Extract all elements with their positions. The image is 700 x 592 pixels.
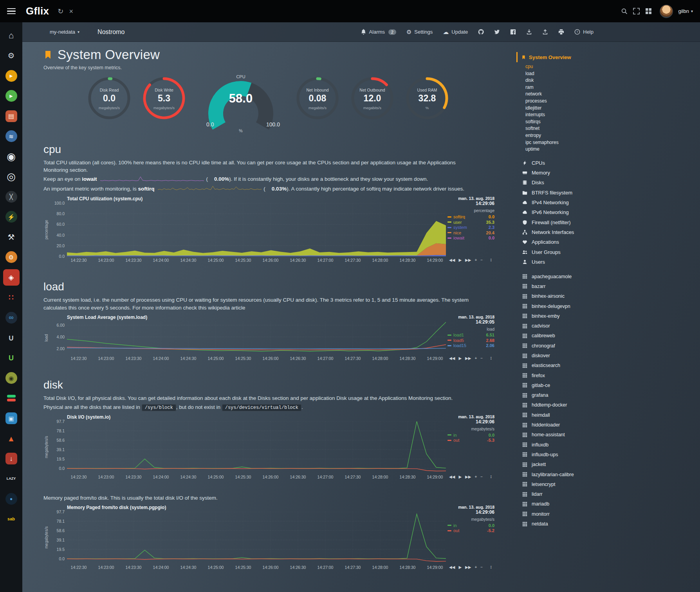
nav-app-binhex-airsonic[interactable]: binhex-airsonic (521, 292, 696, 301)
chart-resize-handle[interactable]: ↕ (490, 257, 492, 263)
chart-zoom-out-button[interactable]: − (480, 356, 483, 360)
nav-app-calibreweb[interactable]: calibreweb (521, 331, 696, 341)
chart-play-button[interactable]: ▶ (458, 356, 462, 360)
sidebar-app-radarr[interactable]: ◎ (0, 167, 22, 187)
sidebar-app-jackett[interactable]: ╳ (0, 187, 22, 207)
update-button[interactable]: ☁Update (443, 29, 468, 35)
chart-zoom-out-button[interactable]: − (480, 258, 483, 262)
nav-app-hiddenloader[interactable]: hiddenloader (521, 420, 696, 430)
sidebar-app-settings[interactable]: ⚙ (0, 46, 22, 66)
print-button[interactable] (558, 29, 564, 35)
gauge-net-inbound[interactable]: Net Inbound0.08megabits/s (295, 75, 340, 124)
chart-canvas-cpu[interactable] (67, 203, 446, 256)
chart-resize-handle[interactable]: ↕ (490, 564, 492, 570)
chart-zoom-in-button[interactable]: + (474, 356, 477, 360)
legend-in[interactable]: in0.0 (447, 523, 494, 528)
nav-sub-entropy[interactable]: entropy (525, 133, 696, 140)
sidebar-app-home[interactable]: ⌂ (0, 25, 22, 46)
nav-app-mariadb[interactable]: mariadb (521, 499, 696, 509)
hostname[interactable]: Nostromo (97, 29, 124, 36)
legend-user[interactable]: user35.3 (447, 220, 494, 225)
nav-app-influxdb-ups[interactable]: influxdb-ups (521, 450, 696, 459)
sidebar-app-utorrent[interactable]: U (0, 348, 22, 368)
nav-section-firewall-netfilter[interactable]: Firewall (netfilter) (521, 218, 696, 227)
host-selector[interactable]: my-netdata▾ (50, 29, 79, 35)
apps-grid-icon[interactable] (645, 8, 652, 14)
chart-resize-handle[interactable]: ↕ (490, 474, 492, 479)
settings-button[interactable]: ⚙Settings (406, 29, 433, 35)
sidebar-app-heimdall[interactable]: ▣ (0, 408, 22, 429)
sidebar-app-headphones[interactable]: ◉ (0, 368, 22, 389)
sidebar-app-unraid[interactable]: ∪ (0, 328, 22, 348)
legend-load1[interactable]: load16.51 (447, 333, 494, 338)
chart-canvas-disk[interactable] (67, 421, 446, 473)
chart-zoom-in-button[interactable]: + (474, 475, 477, 479)
nav-app-netdata[interactable]: netdata (521, 519, 696, 529)
nav-section-network-interfaces[interactable]: Network Interfaces (521, 227, 696, 237)
sidebar-app-tools[interactable]: ⚒ (0, 227, 22, 247)
sidebar-app-couchpotato[interactable]: ⚙ (0, 247, 22, 268)
nav-section-memory[interactable]: Memory (521, 168, 696, 178)
nav-app-home-assistant[interactable]: home-assistant (521, 430, 696, 440)
nav-app-diskover[interactable]: diskover (521, 351, 696, 360)
nav-app-jackett[interactable]: jackett (521, 460, 696, 470)
gauge-used-ram[interactable]: Used RAM32.8% (404, 75, 450, 124)
sidebar-app-sabnzbd[interactable]: sab (0, 509, 22, 529)
gauge-disk-read[interactable]: Disk Read0.0megabytes/s (87, 75, 132, 124)
github-button[interactable] (478, 29, 484, 35)
nav-sub-interrupts[interactable]: interrupts (525, 112, 696, 119)
nav-app-letsencrypt[interactable]: letsencrypt (521, 479, 696, 489)
nav-app-bazarr[interactable]: bazarr (521, 281, 696, 291)
nav-section-disks[interactable]: Disks (521, 178, 696, 187)
chart-forward-button[interactable]: ▶▶ (465, 565, 471, 569)
chart-play-button[interactable]: ▶ (458, 258, 462, 262)
sidebar-app-sonarr[interactable]: ◉ (0, 146, 22, 167)
chart-forward-button[interactable]: ▶▶ (465, 258, 471, 262)
sidebar-app-plex[interactable]: ▸ (0, 66, 22, 86)
nav-sub-ipc-semaphores[interactable]: ipc semaphores (525, 140, 696, 147)
nav-app-influxdb[interactable]: influxdb (521, 440, 696, 450)
sidebar-app-airsonic[interactable]: ≋ (0, 126, 22, 147)
nav-app-lidarr[interactable]: lidarr (521, 489, 696, 499)
nav-section-applications[interactable]: Applications (521, 237, 696, 247)
nav-section-ipv4-networking[interactable]: IPv4 Networking (521, 198, 696, 207)
sidebar-app-lazylibrarian[interactable]: LAZY (0, 469, 22, 489)
legend-system[interactable]: system2.3 (447, 225, 494, 230)
gauge-disk-write[interactable]: Disk Write5.3megabytes/s (141, 75, 187, 124)
chart-play-button[interactable]: ▶ (458, 565, 462, 569)
gauge-cpu[interactable]: CPU58.00.0100.0% (199, 75, 282, 134)
search-icon[interactable] (621, 8, 628, 14)
legend-iowait[interactable]: iowait0.0 (447, 235, 494, 241)
nav-section-ipv6-networking[interactable]: IPv6 Networking (521, 207, 696, 217)
sidebar-app-emby[interactable]: ▶ (0, 86, 22, 106)
legend-load5[interactable]: load52.68 (447, 338, 494, 343)
facebook-button[interactable] (510, 29, 516, 35)
nav-app-binhex-emby[interactable]: binhex-emby (521, 311, 696, 321)
chart-rewind-button[interactable]: ◀◀ (449, 565, 455, 569)
chart-zoom-in-button[interactable]: + (474, 565, 477, 569)
chart-rewind-button[interactable]: ◀◀ (449, 356, 455, 360)
nav-system-overview[interactable]: System Overview (516, 52, 696, 62)
nav-section-cpus[interactable]: CPUs (521, 158, 696, 168)
chart-forward-button[interactable]: ▶▶ (465, 356, 471, 360)
nav-sub-network[interactable]: network (525, 91, 696, 98)
nav-app-hddtemp-docker[interactable]: hddtemp-docker (521, 400, 696, 410)
nav-section-user-groups[interactable]: User Groups (521, 247, 696, 257)
nav-sub-softnet[interactable]: softnet (525, 126, 696, 133)
chart-resize-handle[interactable]: ↕ (490, 355, 492, 361)
sidebar-app-organizr-pin[interactable]: ◈ (0, 267, 22, 288)
sidebar-app-container[interactable]: ▤ (0, 106, 22, 126)
nav-app-monitorr[interactable]: monitorr (521, 509, 696, 519)
legend-out[interactable]: out-5.2 (447, 528, 494, 534)
nav-section-users[interactable]: Users (521, 257, 696, 267)
chart-zoom-out-button[interactable]: − (480, 565, 483, 569)
user-menu[interactable]: gilbn▾ (678, 8, 693, 14)
sidebar-app-deluge[interactable]: ∞ (0, 308, 22, 328)
nav-sub-uptime[interactable]: uptime (525, 146, 696, 153)
nav-app-heimdall[interactable]: heimdall (521, 410, 696, 420)
alarms-button[interactable]: Alarms2 (361, 29, 396, 35)
nav-app-binhex-delugevpn[interactable]: binhex-delugevpn (521, 301, 696, 311)
nav-section-btrfs-filesystem[interactable]: BTRFS filesystem (521, 188, 696, 198)
chart-rewind-button[interactable]: ◀◀ (449, 258, 455, 262)
chart-play-button[interactable]: ▶ (458, 475, 462, 479)
